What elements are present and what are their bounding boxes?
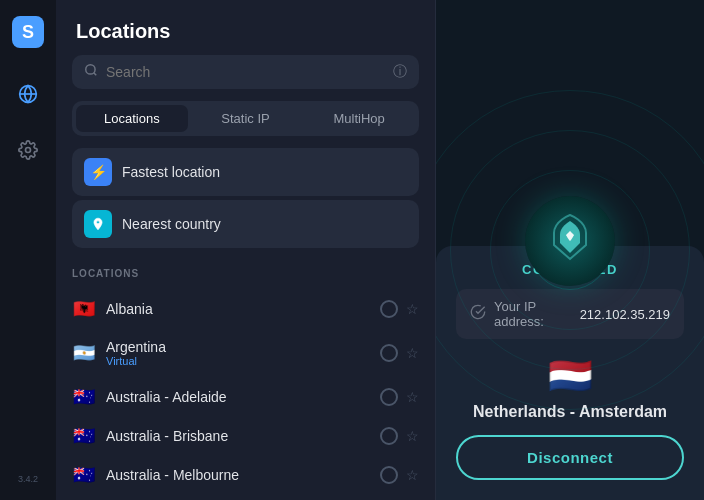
lightning-icon: ⚡ <box>84 158 112 186</box>
nearest-icon <box>84 210 112 238</box>
flag-australia-brisbane: 🇦🇺 <box>72 428 96 444</box>
radio-argentina[interactable] <box>380 344 398 362</box>
star-albania[interactable]: ☆ <box>406 301 419 317</box>
vpn-logo-bg <box>525 196 615 286</box>
country-actions-argentina: ☆ <box>380 344 419 362</box>
search-icon <box>84 63 98 81</box>
country-name-albania: Albania <box>106 301 380 317</box>
locations-section-header: LOCATIONS <box>56 256 435 289</box>
country-virtual-argentina: Virtual <box>106 355 380 367</box>
radio-albania[interactable] <box>380 300 398 318</box>
radio-australia-adelaide[interactable] <box>380 388 398 406</box>
country-name-australia-adelaide: Australia - Adelaide <box>106 389 380 405</box>
country-item-australia-perth[interactable]: 🇦🇺 Australia - Perth ☆ <box>60 495 431 500</box>
vpn-logo-container <box>525 196 615 286</box>
svg-point-2 <box>26 148 31 153</box>
country-name-wrap-albania: Albania <box>106 301 380 317</box>
flag-albania: 🇦🇱 <box>72 301 96 317</box>
star-australia-brisbane[interactable]: ☆ <box>406 428 419 444</box>
vpn-logo-icon <box>550 213 590 270</box>
svg-line-4 <box>94 73 97 76</box>
app-version: 3.4.2 <box>18 474 38 484</box>
flag-australia-melbourne: 🇦🇺 <box>72 467 96 483</box>
sidebar: S 3.4.2 <box>0 0 56 500</box>
country-item-australia-brisbane[interactable]: 🇦🇺 Australia - Brisbane ☆ <box>60 417 431 455</box>
tab-multihop[interactable]: MultiHop <box>303 105 415 132</box>
tabs-container: Locations Static IP MultiHop <box>72 101 419 136</box>
country-item-argentina[interactable]: 🇦🇷 Argentina Virtual ☆ <box>60 329 431 377</box>
flag-australia-adelaide: 🇦🇺 <box>72 389 96 405</box>
info-icon[interactable]: ⓘ <box>393 63 407 81</box>
fastest-location-label: Fastest location <box>122 164 220 180</box>
locations-section-label: LOCATIONS <box>72 268 419 279</box>
country-name-wrap-australia-brisbane: Australia - Brisbane <box>106 428 380 444</box>
country-name-wrap-australia-adelaide: Australia - Adelaide <box>106 389 380 405</box>
country-name-argentina: Argentina <box>106 339 380 355</box>
star-australia-melbourne[interactable]: ☆ <box>406 467 419 483</box>
right-panel: CONNECTED Your IP address: 212.102.35.21… <box>436 0 704 500</box>
flag-argentina: 🇦🇷 <box>72 345 96 361</box>
svg-point-3 <box>86 65 95 74</box>
left-panel: Locations ⓘ Locations Static IP MultiHop… <box>56 0 436 500</box>
nearest-country-option[interactable]: Nearest country <box>72 200 419 248</box>
star-argentina[interactable]: ☆ <box>406 345 419 361</box>
country-name-australia-brisbane: Australia - Brisbane <box>106 428 380 444</box>
radio-australia-brisbane[interactable] <box>380 427 398 445</box>
country-name-wrap-argentina: Argentina Virtual <box>106 339 380 367</box>
panel-title: Locations <box>56 0 435 55</box>
search-bar: ⓘ <box>72 55 419 89</box>
radio-australia-melbourne[interactable] <box>380 466 398 484</box>
sidebar-item-globe[interactable] <box>10 76 46 112</box>
country-name-wrap-australia-melbourne: Australia - Melbourne <box>106 467 380 483</box>
country-actions-australia-brisbane: ☆ <box>380 427 419 445</box>
sidebar-item-settings[interactable] <box>10 132 46 168</box>
app-logo: S <box>12 16 44 48</box>
country-item-australia-melbourne[interactable]: 🇦🇺 Australia - Melbourne ☆ <box>60 456 431 494</box>
quick-options: ⚡ Fastest location Nearest country <box>72 148 419 248</box>
fastest-location-option[interactable]: ⚡ Fastest location <box>72 148 419 196</box>
country-actions-australia-adelaide: ☆ <box>380 388 419 406</box>
nearest-country-label: Nearest country <box>122 216 221 232</box>
country-list: 🇦🇱 Albania ☆ 🇦🇷 Argentina Virtual ☆ 🇦🇺 <box>56 289 435 500</box>
tab-static-ip[interactable]: Static IP <box>190 105 302 132</box>
tab-locations[interactable]: Locations <box>76 105 188 132</box>
country-item-australia-adelaide[interactable]: 🇦🇺 Australia - Adelaide ☆ <box>60 378 431 416</box>
country-actions-albania: ☆ <box>380 300 419 318</box>
search-input[interactable] <box>106 64 385 80</box>
country-actions-australia-melbourne: ☆ <box>380 466 419 484</box>
star-australia-adelaide[interactable]: ☆ <box>406 389 419 405</box>
country-name-australia-melbourne: Australia - Melbourne <box>106 467 380 483</box>
country-item-albania[interactable]: 🇦🇱 Albania ☆ <box>60 290 431 328</box>
